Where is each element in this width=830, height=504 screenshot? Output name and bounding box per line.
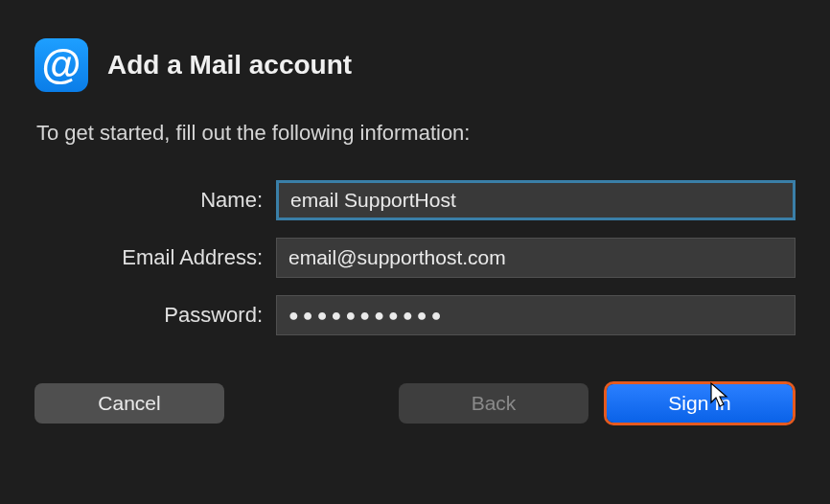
password-label: Password: bbox=[35, 303, 276, 328]
dialog-header: @ Add a Mail account bbox=[35, 38, 795, 92]
password-mask: ●●●●●●●●●●● bbox=[288, 306, 446, 326]
password-input[interactable]: ●●●●●●●●●●● bbox=[276, 295, 795, 335]
add-mail-account-dialog: @ Add a Mail account To get started, fil… bbox=[0, 0, 830, 460]
email-input[interactable] bbox=[276, 238, 795, 278]
password-row: Password: ●●●●●●●●●●● bbox=[35, 295, 795, 335]
name-row: Name: bbox=[35, 180, 795, 220]
dialog-subtitle: To get started, fill out the following i… bbox=[36, 121, 795, 146]
signin-button[interactable]: Sign In bbox=[607, 384, 793, 423]
back-button[interactable]: Back bbox=[399, 383, 588, 424]
name-label: Name: bbox=[35, 188, 276, 213]
account-form: Name: Email Address: Password: ●●●●●●●●●… bbox=[35, 180, 795, 335]
dialog-title: Add a Mail account bbox=[107, 50, 352, 80]
signin-highlight: Sign In bbox=[604, 381, 795, 425]
mail-at-icon: @ bbox=[35, 38, 88, 92]
cancel-button[interactable]: Cancel bbox=[35, 383, 224, 424]
at-glyph: @ bbox=[42, 45, 81, 85]
name-input[interactable] bbox=[276, 180, 795, 220]
email-label: Email Address: bbox=[35, 245, 276, 270]
email-row: Email Address: bbox=[35, 238, 795, 278]
button-row: Cancel Back Sign In bbox=[35, 381, 795, 425]
